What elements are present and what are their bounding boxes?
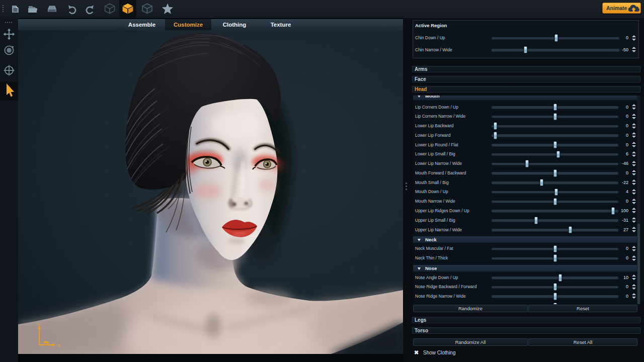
svg-text:X: X [57,342,61,348]
svg-text:Y: Y [37,322,41,327]
